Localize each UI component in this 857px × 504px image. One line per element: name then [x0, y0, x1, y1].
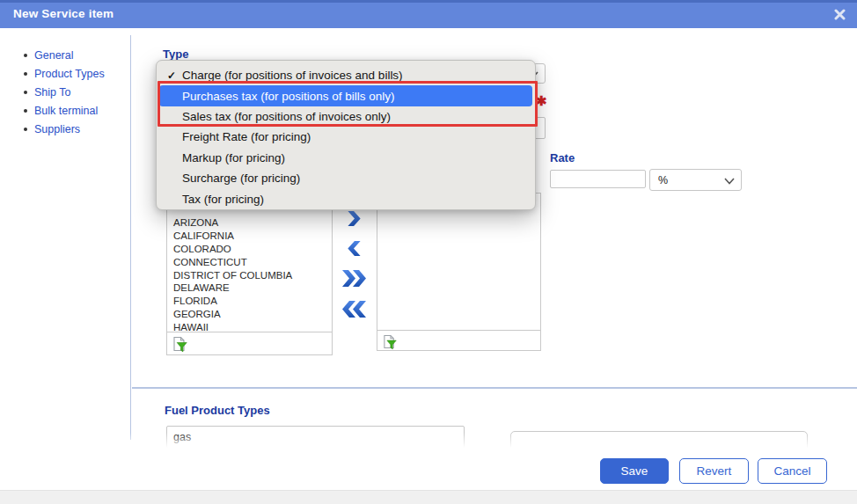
dropdown-option[interactable]: Tax (for pricing): [159, 188, 532, 208]
move-all-left-button[interactable]: [341, 300, 367, 318]
move-right-button[interactable]: [345, 210, 364, 227]
state-option[interactable]: FLORIDA: [167, 295, 332, 308]
dropdown-option-label: Charge (for positions of invoices and bi…: [182, 69, 403, 82]
selected-states-listbox[interactable]: [377, 193, 541, 331]
sidebar-item-label: Ship To: [34, 86, 70, 99]
sidebar-item-label: Product Types: [34, 68, 105, 80]
rate-unit-select[interactable]: %: [649, 169, 742, 191]
bullet-icon: [24, 91, 27, 94]
sidebar-item[interactable]: Product Types: [24, 64, 105, 83]
state-option[interactable]: DISTRICT OF COLUMBIA: [167, 269, 332, 282]
filter-icon: [172, 336, 187, 353]
checkmark-icon: [167, 69, 182, 82]
section-divider: [132, 387, 857, 389]
close-icon[interactable]: [834, 9, 846, 20]
state-option[interactable]: COLORADO: [167, 243, 332, 256]
sidebar-nav: General Product Types Ship To Bulk termi…: [24, 46, 105, 138]
dropdown-option-label: Markup (for pricing): [182, 151, 285, 164]
bullet-icon: [24, 54, 27, 57]
fuel-product-types-selected-box[interactable]: [510, 431, 808, 454]
move-left-button[interactable]: [344, 240, 363, 257]
state-option[interactable]: CALIFORNIA: [167, 230, 332, 243]
available-states-filter-input[interactable]: [166, 332, 333, 355]
new-service-item-dialog: New Service item General Product Types S…: [0, 0, 857, 504]
dropdown-option[interactable]: Markup (for pricing): [159, 148, 532, 168]
dialog-title: New Service item: [13, 7, 114, 20]
dropdown-option-label: Freight Rate (for pricing): [182, 130, 311, 143]
selected-states-filter-input[interactable]: [377, 330, 541, 351]
bullet-icon: [24, 72, 27, 76]
cancel-button[interactable]: Cancel: [758, 458, 827, 484]
dropdown-option-label: Tax (for pricing): [182, 193, 264, 206]
fuel-product-types-input[interactable]: [166, 426, 465, 449]
dialog-titlebar: New Service item: [0, 0, 857, 28]
bullet-icon: [24, 128, 27, 131]
annotation-highlight-box: [157, 81, 538, 127]
sidebar-divider: [130, 35, 131, 440]
rate-unit-value: %: [658, 174, 668, 186]
state-option[interactable]: CONNECTICUT: [167, 256, 332, 269]
move-all-right-button[interactable]: [341, 269, 368, 288]
footer-strip: [0, 490, 857, 504]
sidebar-item[interactable]: Ship To: [24, 83, 105, 101]
sidebar-item-label: Suppliers: [34, 123, 80, 135]
state-option[interactable]: DELAWARE: [167, 281, 332, 295]
sidebar-item-label: General: [34, 49, 73, 62]
type-label: Type: [163, 47, 188, 61]
chevron-down-icon: [724, 178, 735, 185]
sidebar-item[interactable]: Suppliers: [24, 120, 105, 138]
sidebar-item-label: Bulk terminal: [34, 105, 98, 117]
chevron-right-icon: [345, 210, 364, 227]
double-chevron-left-icon: [341, 300, 367, 318]
available-states-listbox[interactable]: ARIZONACALIFORNIACOLORADOCONNECTICUTDIST…: [166, 192, 333, 332]
rate-input[interactable]: [550, 170, 646, 188]
fuel-product-types-label: Fuel Product Types: [165, 404, 270, 417]
rate-label: Rate: [550, 151, 575, 164]
state-option[interactable]: GEORGIA: [167, 308, 332, 321]
dropdown-option-label: Surcharge (for pricing): [182, 172, 300, 185]
save-button[interactable]: Save: [600, 458, 669, 484]
state-option[interactable]: ARIZONA: [167, 216, 332, 230]
sidebar-item[interactable]: Bulk terminal: [24, 101, 105, 120]
revert-button[interactable]: Revert: [679, 458, 749, 484]
bullet-icon: [24, 109, 27, 113]
filter-icon: [383, 334, 397, 350]
dropdown-option[interactable]: Surcharge (for pricing): [159, 168, 532, 188]
sidebar-item[interactable]: General: [24, 46, 105, 64]
dropdown-option[interactable]: Freight Rate (for pricing): [159, 127, 532, 147]
double-chevron-right-icon: [341, 269, 368, 288]
chevron-left-icon: [344, 240, 363, 257]
